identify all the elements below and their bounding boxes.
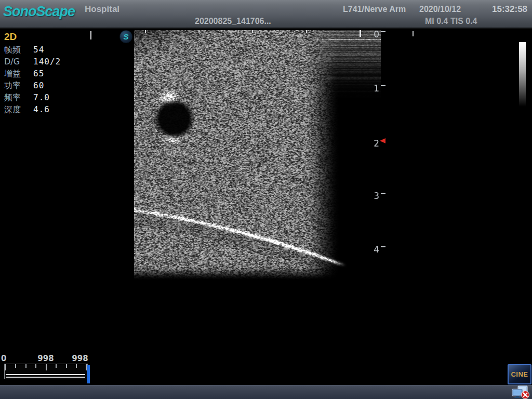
network-disconnected-icon[interactable] — [511, 385, 530, 399]
cine-tick — [5, 364, 6, 370]
cine-tick — [76, 364, 77, 368]
param-label: 功率 — [4, 81, 21, 91]
cine-tick — [56, 364, 57, 368]
param-row-dg: D/G 140/2 — [4, 57, 108, 69]
depth-label-1: 1 — [367, 83, 379, 94]
param-label: 频率 — [4, 92, 21, 103]
cine-tick — [25, 364, 26, 368]
depth-label-3: 3 — [367, 191, 379, 201]
depth-tick — [381, 85, 385, 86]
depth-label-2: 2 — [367, 138, 379, 149]
probe-preset: L741/Nerve Arm — [343, 5, 406, 14]
date-display: 2020/10/12 — [419, 5, 461, 14]
ultrasound-screen: SonoScape Hospital 20200825_141706... L7… — [0, 0, 532, 399]
param-value: 54 — [33, 45, 44, 55]
sonoscape-logo: SonoScape — [3, 4, 75, 20]
param-row-frequency: 频率 7.0 — [4, 92, 108, 104]
scale-tick — [413, 31, 414, 36]
depth-label-0: 0 — [367, 29, 379, 39]
focus-marker-icon[interactable] — [380, 138, 385, 143]
cine-track — [6, 374, 85, 378]
ultrasound-image[interactable] — [134, 30, 381, 281]
param-value: 7.0 — [33, 92, 50, 102]
cine-start-frame: 0 — [1, 354, 6, 363]
depth-tick — [381, 193, 385, 194]
time-display: 15:32:58 — [492, 4, 527, 15]
param-label: 增益 — [4, 69, 21, 79]
param-label: 深度 — [4, 104, 21, 115]
cine-total-frames: 998 — [70, 354, 90, 363]
cine-tick — [46, 364, 47, 370]
cine-current-frame: 998 — [35, 354, 56, 363]
param-row-framerate: 帧频 54 — [4, 45, 108, 57]
param-label: 帧频 — [4, 45, 21, 56]
depth-tick — [381, 246, 385, 247]
mode-label: 2D — [4, 31, 17, 43]
param-row-power: 功率 60 — [4, 81, 108, 92]
orientation-s-icon: S — [119, 30, 132, 43]
param-value: 65 — [33, 69, 44, 78]
depth-label-4: 4 — [367, 244, 379, 255]
cine-tick — [66, 364, 67, 368]
cine-button[interactable]: CINE — [508, 364, 531, 384]
hospital-name: Hospital — [85, 4, 119, 15]
param-row-gain: 增益 65 — [4, 69, 108, 81]
param-label: D/G — [4, 57, 20, 66]
param-value: 140/2 — [33, 57, 61, 66]
cursor-mark — [90, 31, 91, 39]
taskbar — [0, 385, 532, 399]
header-bar: SonoScape Hospital 20200825_141706... L7… — [0, 0, 532, 29]
param-value: 4.6 — [33, 104, 50, 114]
grayscale-bar — [519, 42, 526, 107]
cine-position-handle[interactable] — [87, 365, 90, 383]
param-value: 60 — [33, 81, 44, 90]
depth-tick — [381, 31, 385, 32]
cine-tick — [15, 364, 16, 368]
mi-tis-values: MI 0.4 TIS 0.4 — [425, 17, 477, 26]
cine-tick — [35, 364, 36, 368]
exam-id: 20200825_141706... — [195, 17, 271, 26]
cine-scrubber[interactable] — [4, 364, 88, 379]
param-row-depth: 深度 4.6 — [4, 104, 108, 116]
